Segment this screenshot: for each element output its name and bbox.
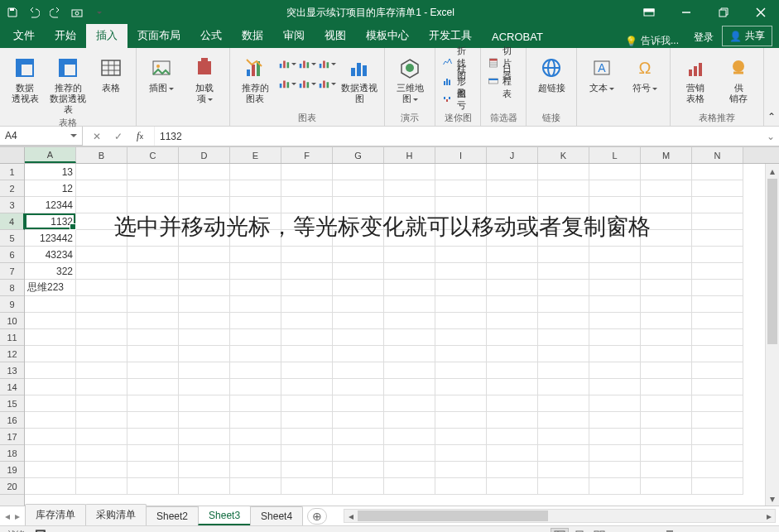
- cell-D17[interactable]: [179, 429, 230, 445]
- cancel-formula-icon[interactable]: ✕: [89, 129, 104, 144]
- illustrations-button[interactable]: 插图: [142, 51, 181, 93]
- cell-H16[interactable]: [384, 412, 435, 429]
- camera-icon[interactable]: [68, 3, 86, 22]
- cell-M2[interactable]: [641, 180, 692, 197]
- addins-button[interactable]: 加载项: [185, 51, 224, 104]
- row-header-4[interactable]: 4: [0, 213, 25, 230]
- cell-K7[interactable]: [538, 263, 589, 280]
- cell-B15[interactable]: [76, 395, 127, 412]
- cell-A7[interactable]: 322: [25, 263, 76, 280]
- pivot-table-button[interactable]: 数据透视表: [5, 51, 45, 104]
- cell-H7[interactable]: [384, 263, 435, 280]
- scroll-left-icon[interactable]: ◂: [344, 510, 357, 522]
- cells-area[interactable]: 131212344113212344243234322思维223选中并移动光标，…: [25, 164, 779, 506]
- chart-area-icon[interactable]: [278, 74, 296, 93]
- cell-H19[interactable]: [384, 462, 435, 478]
- col-header-N[interactable]: N: [692, 147, 743, 163]
- cell-A17[interactable]: [25, 429, 76, 445]
- cell-B20[interactable]: [76, 478, 127, 495]
- col-header-A[interactable]: A: [25, 147, 76, 163]
- cell-K3[interactable]: [538, 197, 589, 213]
- scroll-down-icon[interactable]: ▾: [766, 491, 779, 506]
- menu-tab-8[interactable]: 模板中心: [356, 24, 419, 48]
- cell-I17[interactable]: [435, 429, 487, 445]
- minimize-icon[interactable]: [667, 0, 704, 25]
- restore-icon[interactable]: [704, 0, 742, 25]
- symbol-button[interactable]: Ω符号: [625, 51, 665, 93]
- cell-J12[interactable]: [487, 346, 538, 362]
- cell-G3[interactable]: [333, 197, 384, 213]
- cell-J16[interactable]: [487, 412, 538, 429]
- cell-D18[interactable]: [179, 445, 230, 462]
- sheet-tab-4[interactable]: Sheet4: [250, 506, 303, 525]
- cell-N6[interactable]: [692, 247, 743, 263]
- cell-B13[interactable]: [76, 362, 127, 379]
- cell-K9[interactable]: [538, 296, 589, 313]
- cell-B17[interactable]: [76, 429, 127, 445]
- cell-E20[interactable]: [230, 478, 281, 495]
- cell-E1[interactable]: [230, 164, 281, 180]
- cell-J17[interactable]: [487, 429, 538, 445]
- col-header-C[interactable]: C: [127, 147, 179, 163]
- col-header-E[interactable]: E: [230, 147, 281, 163]
- timeline-button[interactable]: 日程表: [486, 73, 521, 89]
- cell-G10[interactable]: [333, 313, 384, 329]
- close-icon[interactable]: [742, 0, 779, 25]
- cell-F19[interactable]: [281, 462, 333, 478]
- cell-N13[interactable]: [692, 362, 743, 379]
- cell-N11[interactable]: [692, 329, 743, 346]
- cell-N20[interactable]: [692, 478, 743, 495]
- chart-hier-icon[interactable]: [298, 55, 316, 73]
- cell-F10[interactable]: [281, 313, 333, 329]
- cell-H18[interactable]: [384, 445, 435, 462]
- cell-G8[interactable]: [333, 280, 384, 296]
- cell-L3[interactable]: [589, 197, 641, 213]
- cell-N5[interactable]: [692, 230, 743, 247]
- cell-M12[interactable]: [641, 346, 692, 362]
- undo-icon[interactable]: [25, 3, 43, 22]
- row-header-1[interactable]: 1: [0, 164, 24, 180]
- col-header-I[interactable]: I: [435, 147, 487, 163]
- redo-icon[interactable]: [46, 3, 65, 22]
- cell-A6[interactable]: 43234: [25, 247, 76, 263]
- cell-D20[interactable]: [179, 478, 230, 495]
- cell-J11[interactable]: [487, 329, 538, 346]
- cell-L7[interactable]: [589, 263, 641, 280]
- cell-F7[interactable]: [281, 263, 333, 280]
- cell-D1[interactable]: [179, 164, 230, 180]
- cell-K8[interactable]: [538, 280, 589, 296]
- cell-D13[interactable]: [179, 362, 230, 379]
- sheet-tab-2[interactable]: Sheet2: [146, 506, 199, 525]
- cell-N15[interactable]: [692, 395, 743, 412]
- cell-L13[interactable]: [589, 362, 641, 379]
- menu-tab-5[interactable]: 数据: [232, 24, 273, 48]
- cell-E9[interactable]: [230, 296, 281, 313]
- cell-D11[interactable]: [179, 329, 230, 346]
- cell-N2[interactable]: [692, 180, 743, 197]
- cell-I6[interactable]: [435, 247, 487, 263]
- cell-L1[interactable]: [589, 164, 641, 180]
- cell-H6[interactable]: [384, 247, 435, 263]
- cell-E11[interactable]: [230, 329, 281, 346]
- cell-H9[interactable]: [384, 296, 435, 313]
- cell-J1[interactable]: [487, 164, 538, 180]
- cell-G20[interactable]: [333, 478, 384, 495]
- row-header-7[interactable]: 7: [0, 263, 24, 280]
- cell-A20[interactable]: [25, 478, 76, 495]
- col-header-M[interactable]: M: [641, 147, 692, 163]
- row-header-14[interactable]: 14: [0, 379, 24, 395]
- sheet-tab-0[interactable]: 库存清单: [25, 504, 86, 525]
- ribbon-display-options-icon[interactable]: [630, 0, 667, 25]
- cell-N4[interactable]: [692, 213, 743, 230]
- cell-A10[interactable]: [25, 313, 76, 329]
- cell-F2[interactable]: [281, 180, 333, 197]
- col-header-K[interactable]: K: [538, 147, 589, 163]
- cell-B2[interactable]: [76, 180, 127, 197]
- cell-J2[interactable]: [487, 180, 538, 197]
- cell-I12[interactable]: [435, 346, 487, 362]
- cell-I1[interactable]: [435, 164, 487, 180]
- cell-J20[interactable]: [487, 478, 538, 495]
- cell-E16[interactable]: [230, 412, 281, 429]
- cell-C2[interactable]: [127, 180, 179, 197]
- cell-F8[interactable]: [281, 280, 333, 296]
